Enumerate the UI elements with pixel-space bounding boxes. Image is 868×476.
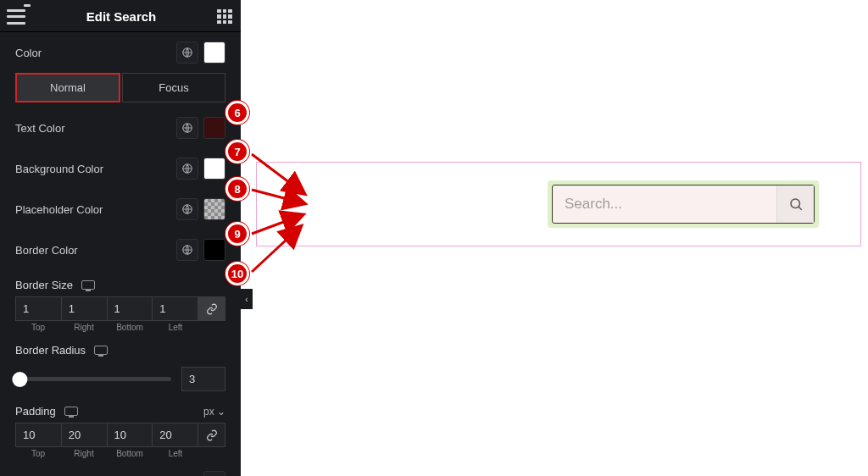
tab-normal[interactable]: Normal xyxy=(15,73,120,102)
search-input[interactable] xyxy=(553,185,776,223)
label-color: Color xyxy=(15,47,42,59)
row-text-color: Text Color xyxy=(0,108,241,148)
responsive-icon[interactable] xyxy=(94,346,108,355)
row-color: Color xyxy=(0,32,241,73)
label-placeholder-color: Placeholder Color xyxy=(15,203,103,216)
border-top-input[interactable]: 1 xyxy=(15,296,62,321)
label-background-color: Background Color xyxy=(15,163,103,175)
search-button[interactable] xyxy=(776,185,814,223)
globe-icon[interactable] xyxy=(176,198,198,220)
border-radius-value[interactable]: 3 xyxy=(181,367,225,391)
annotation-badge-7: 7 xyxy=(225,140,249,163)
label-border-radius: Border Radius xyxy=(15,344,86,357)
border-left-input[interactable]: 1 xyxy=(153,296,198,321)
globe-icon[interactable] xyxy=(176,42,198,64)
notification-dot xyxy=(24,4,31,7)
responsive-icon[interactable] xyxy=(64,407,78,416)
search-widget xyxy=(552,185,815,224)
apps-grid-icon[interactable] xyxy=(217,9,232,25)
row-box-shadow: Box Shadow xyxy=(0,462,241,476)
row-background-color: Background Color xyxy=(0,148,241,189)
border-radius-control: 3 xyxy=(0,362,241,396)
color-swatch[interactable] xyxy=(203,42,225,64)
padding-right-input[interactable]: 20 xyxy=(62,423,108,447)
globe-icon[interactable] xyxy=(176,117,198,139)
row-placeholder-color: Placeholder Color xyxy=(0,189,241,230)
label-padding: Padding xyxy=(15,405,56,418)
padding-inputs: 10 20 10 20 xyxy=(0,423,241,447)
panel-title: Edit Search xyxy=(86,9,157,24)
globe-icon[interactable] xyxy=(176,158,198,180)
border-right-input[interactable]: 1 xyxy=(62,296,108,321)
link-values-icon[interactable] xyxy=(198,296,225,321)
tab-focus[interactable]: Focus xyxy=(122,73,225,102)
border-color-swatch[interactable] xyxy=(203,239,225,261)
padding-title: Padding px ⌄ xyxy=(0,396,241,423)
hamburger-icon[interactable] xyxy=(7,9,25,25)
search-icon xyxy=(788,196,804,212)
edit-pencil-icon[interactable] xyxy=(203,471,225,476)
preview-canvas xyxy=(241,0,868,476)
annotation-badge-6: 6 xyxy=(225,101,249,125)
annotation-badge-10: 10 xyxy=(225,262,249,285)
border-radius-title: Border Radius xyxy=(0,335,241,362)
sidebar: Edit Search Color Normal Focus T xyxy=(0,0,241,476)
placeholder-color-swatch[interactable] xyxy=(203,198,225,220)
chevron-left-icon: ‹ xyxy=(245,295,248,304)
sidebar-header: Edit Search xyxy=(0,0,241,32)
annotation-badge-8: 8 xyxy=(225,177,249,201)
label-border-color: Border Color xyxy=(15,244,78,257)
annotation-badge-9: 9 xyxy=(225,222,249,246)
sidebar-scroll: Color Normal Focus Text Color xyxy=(0,32,241,476)
label-border-size: Border Size xyxy=(15,279,73,291)
row-border-color: Border Color xyxy=(0,230,241,270)
border-size-inputs: 1 1 1 1 xyxy=(0,296,241,321)
unit-select[interactable]: px ⌄ xyxy=(203,406,225,418)
padding-left-input[interactable]: 20 xyxy=(153,423,198,447)
state-tabs: Normal Focus xyxy=(0,73,241,108)
collapse-panel-button[interactable]: ‹ xyxy=(241,289,253,309)
svg-point-5 xyxy=(791,199,800,208)
link-values-icon[interactable] xyxy=(198,423,225,447)
padding-bottom-input[interactable]: 10 xyxy=(108,423,153,447)
border-size-title: Border Size xyxy=(0,270,241,296)
border-radius-slider[interactable] xyxy=(15,377,171,381)
padding-top-input[interactable]: 10 xyxy=(15,423,62,447)
padding-sublabels: Top Right Bottom Left xyxy=(0,447,241,462)
globe-icon[interactable] xyxy=(176,239,198,261)
bg-color-swatch[interactable] xyxy=(203,158,225,180)
responsive-icon[interactable] xyxy=(81,280,95,290)
border-size-sublabels: Top Right Bottom Left xyxy=(0,321,241,335)
border-bottom-input[interactable]: 1 xyxy=(108,296,153,321)
label-text-color: Text Color xyxy=(15,122,65,135)
slider-thumb[interactable] xyxy=(12,372,27,387)
text-color-swatch[interactable] xyxy=(203,117,225,139)
